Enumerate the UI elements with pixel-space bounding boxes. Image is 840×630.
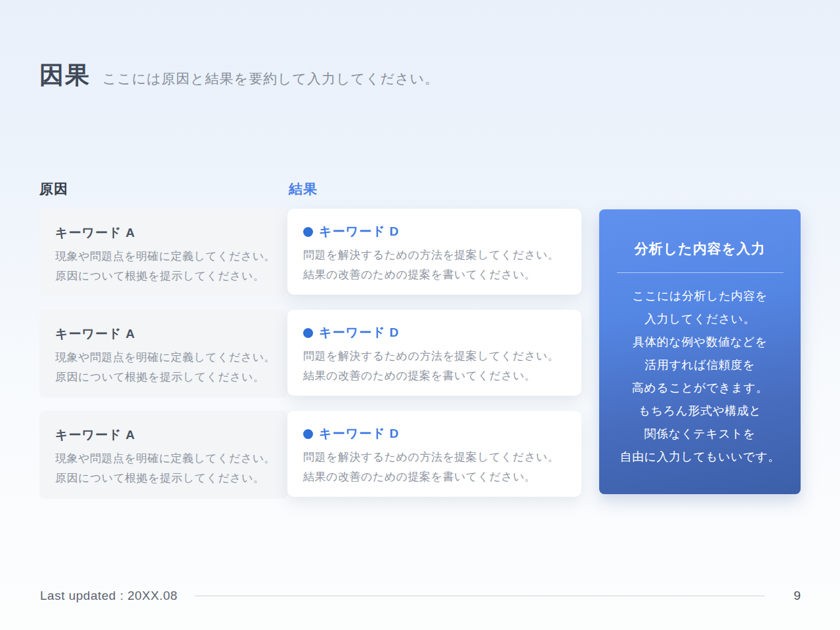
panel-text-line: 高めることができます。 (599, 377, 801, 400)
panel-divider (617, 272, 784, 273)
panel-text-line: 関係なくテキストを (599, 423, 801, 446)
analysis-panel-body: ここには分析した内容を 入力してください。 具体的な例や数値などを 活用すれば信… (599, 285, 801, 469)
last-updated-label: Last updated : 20XX.08 (40, 589, 178, 603)
effect-text-line: 結果の改善のための提案を書いてください。 (303, 265, 566, 285)
effect-keyword-row: キーワード D (303, 324, 566, 341)
cause-text-line: 現象や問題点を明確に定義してください。 (55, 247, 272, 266)
effect-column-header: 結果 (289, 180, 318, 198)
effect-text-line: 問題を解決するための方法を提案してください。 (303, 346, 566, 366)
panel-text-line: 具体的な例や数値などを (599, 331, 801, 354)
effect-text-line: 結果の改善のための提案を書いてください。 (303, 467, 566, 487)
page-number: 9 (793, 589, 801, 603)
page-subtitle: ここには原因と結果を要約して入力してください。 (102, 70, 439, 88)
effect-text-line: 問題を解決するための方法を提案してください。 (303, 245, 566, 265)
footer-divider (195, 595, 765, 597)
cause-text-line: 原因について根拠を提示してください。 (55, 469, 272, 488)
effect-text-line: 問題を解決するための方法を提案してください。 (303, 448, 566, 467)
table-row: キーワード A 現象や問題点を明確に定義してください。 原因について根拠を提示し… (39, 209, 581, 297)
effect-text-line: 結果の改善のための提案を書いてください。 (303, 366, 566, 386)
bullet-dot-icon (303, 227, 313, 237)
cause-text-line: 原因について根拠を提示してください。 (55, 266, 272, 286)
panel-text-line: 自由に入力してもいいです。 (599, 446, 801, 469)
effect-card: キーワード D 問題を解決するための方法を提案してください。 結果の改善のための… (287, 209, 581, 295)
analysis-panel: 分析した内容を入力 ここには分析した内容を 入力してください。 具体的な例や数値… (599, 209, 801, 494)
slide-header: 因果 ここには原因と結果を要約して入力してください。 (39, 59, 439, 92)
table-row: キーワード A 現象や問題点を明確に定義してください。 原因について根拠を提示し… (39, 411, 581, 499)
effect-card: キーワード D 問題を解決するための方法を提案してください。 結果の改善のための… (287, 411, 581, 497)
cause-card: キーワード A 現象や問題点を明確に定義してください。 原因について根拠を提示し… (39, 310, 287, 398)
cause-card: キーワード A 現象や問題点を明確に定義してください。 原因について根拠を提示し… (39, 209, 287, 297)
cause-text-line: 原因について根拠を提示してください。 (55, 368, 272, 387)
cause-effect-rows: キーワード A 現象や問題点を明確に定義してください。 原因について根拠を提示し… (39, 209, 581, 512)
cause-keyword-label: キーワード A (55, 427, 272, 444)
cause-keyword-label: キーワード A (55, 224, 272, 242)
effect-keyword-label: キーワード D (319, 425, 399, 442)
panel-text-line: もちろん形式や構成と (599, 400, 801, 423)
effect-keyword-label: キーワード D (319, 223, 399, 240)
cause-text-line: 現象や問題点を明確に定義してください。 (55, 449, 272, 469)
panel-text-line: 入力してください。 (599, 308, 801, 331)
effect-keyword-label: キーワード D (319, 324, 399, 341)
panel-text-line: ここには分析した内容を (599, 285, 801, 308)
panel-text-line: 活用すれば信頼度を (599, 354, 801, 377)
bullet-dot-icon (303, 429, 313, 439)
bullet-dot-icon (303, 328, 313, 338)
analysis-panel-title: 分析した内容を入力 (599, 240, 801, 258)
table-row: キーワード A 現象や問題点を明確に定義してください。 原因について根拠を提示し… (39, 310, 581, 398)
effect-card: キーワード D 問題を解決するための方法を提案してください。 結果の改善のための… (287, 310, 581, 396)
page-title: 因果 (39, 59, 91, 92)
effect-keyword-row: キーワード D (303, 223, 566, 240)
cause-text-line: 現象や問題点を明確に定義してください。 (55, 348, 272, 368)
effect-keyword-row: キーワード D (303, 425, 566, 442)
cause-card: キーワード A 現象や問題点を明確に定義してください。 原因について根拠を提示し… (39, 411, 287, 499)
cause-keyword-label: キーワード A (55, 326, 272, 343)
cause-column-header: 原因 (39, 180, 68, 198)
